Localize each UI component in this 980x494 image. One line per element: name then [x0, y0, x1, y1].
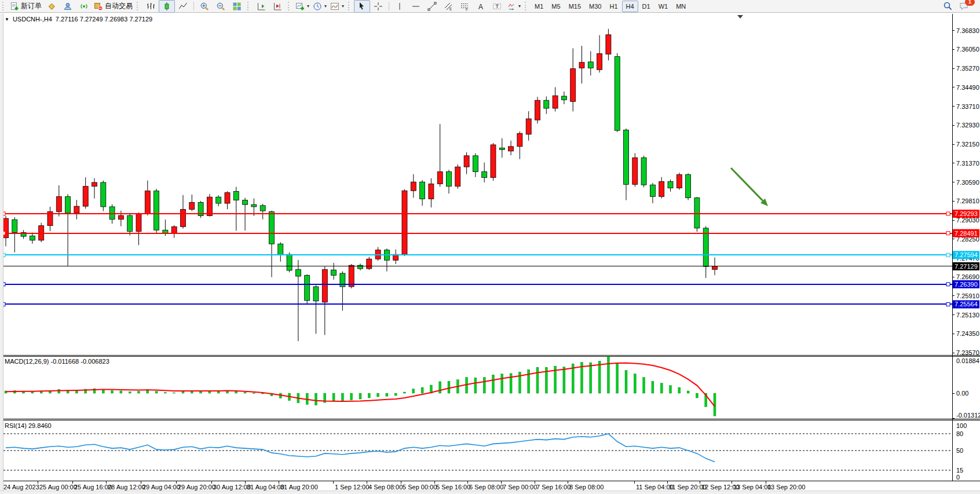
symbol-period-label: USDCNH-,H4	[13, 16, 52, 23]
line-handle[interactable]	[946, 212, 950, 215]
toolbar-grip[interactable]	[137, 2, 141, 10]
line-handle[interactable]	[946, 283, 950, 286]
horizontal-level-line[interactable]: 7.28491	[2, 229, 979, 237]
trendline-tool[interactable]	[424, 0, 440, 13]
macd-histogram-bar	[404, 392, 406, 393]
equidistant-channel-tool[interactable]: E	[440, 0, 456, 13]
macd-histogram-bar	[138, 391, 140, 393]
arrow-annotation[interactable]	[731, 168, 768, 206]
line-chart-icon	[178, 2, 188, 11]
chart-canvas[interactable]: 7.368307.360507.352707.344907.337107.329…	[0, 0, 980, 494]
candle	[579, 63, 584, 68]
collapse-triangle-icon[interactable]: ▼	[5, 17, 9, 22]
macd-name: MACD(12,26,9)	[5, 358, 49, 365]
horizontal-level-line[interactable]: 7.25564	[2, 300, 979, 308]
signals-button[interactable]	[76, 0, 92, 13]
toolbar-grip[interactable]	[288, 2, 292, 10]
line-handle[interactable]	[946, 253, 950, 257]
chart-shift-marker[interactable]	[737, 15, 743, 19]
notifications-button[interactable]: 1	[956, 0, 972, 13]
macd-pane: 0.018840.00-0.01312	[5, 357, 980, 419]
text-label-tool[interactable]: T	[489, 0, 505, 13]
horizontal-level-line[interactable]: 7.27594	[2, 251, 979, 259]
chart-shift-button[interactable]	[269, 0, 286, 13]
time-tick-label: 13 Sep 20:00	[767, 484, 805, 491]
periods-dropdown[interactable]: ▾	[311, 0, 328, 13]
candle	[597, 54, 602, 70]
candle	[287, 254, 292, 270]
crosshair-button[interactable]	[370, 0, 386, 13]
community-button[interactable]	[60, 0, 76, 13]
indicators-dropdown[interactable]: ▾	[328, 0, 346, 13]
new-order-icon	[10, 2, 19, 11]
text-tool[interactable]: A	[473, 0, 489, 13]
zoom-out-icon	[216, 2, 225, 11]
fibonacci-tool[interactable]: F	[456, 0, 473, 13]
candle	[207, 197, 212, 215]
zoom-out-button[interactable]	[213, 0, 229, 13]
timeframe-h4[interactable]: H4	[622, 1, 638, 12]
tile-windows-button[interactable]	[229, 0, 245, 13]
horizontal-line-tool[interactable]	[408, 0, 424, 13]
macd-histogram-bar	[634, 374, 636, 393]
timeframe-w1[interactable]: W1	[654, 1, 672, 12]
macd-histogram-bar	[625, 370, 627, 393]
new-chart-dropdown[interactable]: ▾	[294, 0, 311, 13]
macd-histogram-bar	[660, 383, 663, 393]
price-tick-label: 7.36830	[956, 27, 979, 34]
vertical-line-tool[interactable]	[392, 0, 408, 13]
timeframe-m15[interactable]: M15	[565, 1, 585, 12]
svg-text:T: T	[496, 3, 499, 9]
candlestick-chart-button[interactable]	[159, 0, 175, 13]
time-tick-label: 25 Aug 00:00	[39, 484, 77, 491]
rsi-tick-label: 50	[956, 447, 963, 454]
candle	[491, 145, 496, 178]
timeframe-m5[interactable]: M5	[547, 1, 564, 12]
search-button[interactable]	[939, 0, 956, 13]
line-handle[interactable]	[946, 302, 950, 306]
candle	[243, 200, 248, 205]
toolbar-grip[interactable]	[348, 2, 352, 10]
timeframe-h1[interactable]: H1	[605, 1, 621, 12]
new-order-button[interactable]: 新订单	[8, 0, 43, 13]
candle	[447, 172, 452, 186]
bar-chart-button[interactable]	[142, 0, 159, 13]
candle	[251, 204, 257, 207]
line-chart-button[interactable]	[175, 0, 191, 13]
auto-scroll-button[interactable]	[253, 0, 269, 13]
timeframe-m30[interactable]: M30	[585, 1, 605, 12]
candle	[703, 228, 708, 266]
macd-histogram-bar	[182, 391, 184, 393]
level-price-label: 7.26390	[955, 281, 978, 288]
candle	[278, 244, 283, 255]
price-tick-label: 7.25130	[956, 312, 979, 319]
zoom-in-button[interactable]	[196, 0, 213, 13]
candle	[437, 172, 443, 184]
current-price-marker: 7.27129	[3, 262, 979, 270]
trendline-icon	[427, 2, 437, 11]
candlestick-series	[3, 29, 718, 341]
toolbar-grip[interactable]	[2, 2, 6, 10]
autotrading-button[interactable]: 自动交易	[92, 0, 134, 13]
depth-of-market-button[interactable]	[43, 0, 60, 13]
new-order-label: 新订单	[21, 1, 42, 11]
time-tick-label: 7 Sep 16:00	[536, 484, 571, 491]
time-axis[interactable]: 24 Aug 202325 Aug 00:0025 Aug 16:0028 Au…	[2, 481, 805, 491]
timeframe-m1[interactable]: M1	[531, 1, 547, 12]
timeframe-d1[interactable]: D1	[638, 1, 654, 12]
macd-histogram-bar	[235, 391, 237, 393]
new-chart-icon	[295, 2, 305, 11]
shapes-dropdown[interactable]: ▾	[505, 0, 522, 13]
horizontal-level-line[interactable]: 7.26390	[2, 280, 979, 288]
candle	[677, 175, 682, 188]
toolbar-grip[interactable]	[247, 2, 251, 10]
toolbar-grip[interactable]	[525, 2, 529, 10]
time-tick-label: 4 Sep 08:00	[368, 484, 403, 491]
ohlc-values: 7.27116 7.27249 7.26983 7.27129	[56, 16, 152, 23]
timeframe-mn[interactable]: MN	[672, 1, 690, 12]
candle	[686, 175, 691, 198]
line-handle[interactable]	[946, 232, 950, 235]
macd-histogram-bar	[483, 378, 485, 393]
cursor-button[interactable]	[354, 0, 370, 13]
candle	[358, 265, 363, 269]
